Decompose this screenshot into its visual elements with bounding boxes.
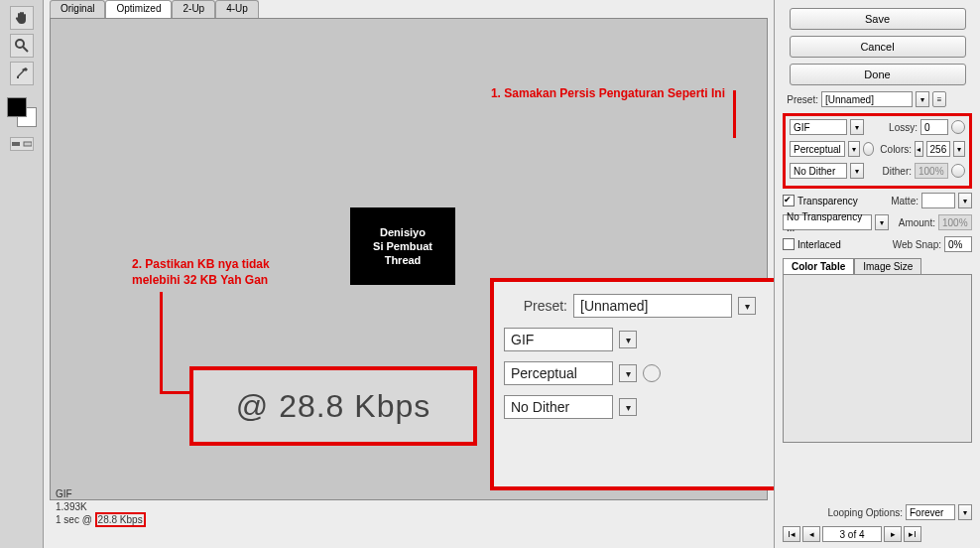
color-table-tabs: Color Table Image Size: [783, 258, 972, 275]
lossy-label: Lossy:: [889, 122, 918, 133]
next-frame-button[interactable]: ▸: [884, 526, 902, 542]
matte-swatch[interactable]: [921, 193, 955, 208]
transparency-checkbox[interactable]: [783, 195, 795, 206]
annotation-2-line-v: [160, 292, 163, 391]
chevron-down-icon: ▾: [619, 398, 637, 416]
magnified-kbps-callout: @ 28.8 Kbps: [189, 366, 477, 446]
tab-image-size[interactable]: Image Size: [854, 258, 921, 274]
chevron-down-icon[interactable]: ▾: [916, 91, 929, 107]
websnap-input[interactable]: 0%: [944, 236, 972, 252]
first-frame-button[interactable]: I◂: [783, 526, 800, 542]
dither-select[interactable]: No Dither: [790, 163, 847, 179]
right-settings-panel: Save Cancel Done Preset: [Unnamed] ▾ ≡ G…: [774, 0, 980, 548]
dither-value: 100%: [915, 163, 948, 179]
annotation-1-line: [733, 90, 736, 138]
mag-preset-label: Preset:: [504, 298, 567, 314]
zoom-tool-icon[interactable]: [10, 34, 34, 58]
frame-counter: 3 of 4: [822, 526, 882, 542]
chevron-down-icon: ▾: [619, 364, 637, 382]
looping-select[interactable]: Forever: [906, 504, 955, 520]
svg-point-0: [16, 40, 24, 48]
info-format: GIF: [56, 487, 146, 500]
done-button[interactable]: Done: [790, 64, 966, 85]
prev-frame-button[interactable]: ◂: [802, 526, 820, 542]
hand-tool-icon[interactable]: [10, 6, 34, 30]
tab-optimized[interactable]: Optimized: [105, 0, 172, 18]
chevron-down-icon: ▾: [619, 331, 637, 348]
dither-label: Dither:: [883, 166, 912, 177]
save-button[interactable]: Save: [790, 8, 966, 30]
stepper-icon[interactable]: ◂: [915, 141, 923, 157]
looping-options: Looping Options: Forever ▾: [827, 504, 972, 520]
transparency-dither-select[interactable]: No Transparency ...: [783, 214, 872, 230]
mask-button-icon: [643, 364, 661, 382]
transparency-label: Transparency: [797, 196, 858, 206]
interlaced-checkbox[interactable]: [783, 238, 795, 250]
mask-button-icon[interactable]: [863, 142, 875, 156]
colors-input[interactable]: 256: [926, 141, 951, 157]
frame-pager: I◂ ◂ 3 of 4 ▸ ▸I: [783, 526, 972, 542]
tab-2up[interactable]: 2-Up: [172, 0, 215, 18]
chevron-down-icon[interactable]: ▾: [953, 141, 965, 157]
toggle-tool-icon[interactable]: [10, 137, 34, 151]
canvas-image-content: Denisiyo Si Pembuat Thread: [350, 207, 455, 285]
chevron-down-icon[interactable]: ▾: [850, 119, 864, 135]
looping-label: Looping Options:: [827, 507, 903, 518]
lossy-input[interactable]: 0: [920, 119, 948, 135]
annotation-1-text: 1. Samakan Persis Pengaturan Seperti Ini: [479, 86, 737, 102]
chevron-down-icon: ▾: [738, 297, 756, 315]
svg-line-1: [23, 47, 28, 52]
foreground-color-swatch[interactable]: [7, 97, 27, 117]
chevron-down-icon[interactable]: ▾: [875, 214, 889, 230]
color-swatch[interactable]: [7, 97, 37, 127]
info-kbps-highlight: 28.8 Kbps: [95, 512, 146, 527]
chevron-down-icon[interactable]: ▾: [850, 163, 864, 179]
colors-label: Colors:: [880, 144, 912, 155]
preset-menu-icon[interactable]: ≡: [932, 91, 946, 107]
info-timing-prefix: 1 sec @: [56, 514, 95, 525]
mag-reduction-select: Perceptual: [504, 361, 613, 385]
cancel-button[interactable]: Cancel: [790, 36, 966, 58]
last-frame-button[interactable]: ▸I: [904, 526, 921, 542]
preset-select[interactable]: [Unnamed]: [821, 91, 913, 107]
mask-button-icon[interactable]: [951, 164, 965, 178]
format-select[interactable]: GIF: [790, 119, 847, 135]
left-toolbar: [0, 0, 44, 548]
chevron-down-icon[interactable]: ▾: [958, 504, 972, 520]
websnap-label: Web Snap:: [893, 239, 941, 250]
mask-button-icon[interactable]: [951, 120, 965, 134]
preset-label: Preset:: [783, 94, 818, 105]
mag-preset-select: [Unnamed]: [573, 294, 732, 318]
gif-settings-group-highlighted: GIF ▾ Lossy: 0 Perceptual ▾ Colors: ◂ 25…: [783, 113, 972, 189]
preview-tabs: Original Optimized 2-Up 4-Up: [50, 0, 259, 18]
tab-original[interactable]: Original: [50, 0, 105, 18]
image-info-readout: GIF 1.393K 1 sec @ 28.8 Kbps: [56, 487, 146, 526]
amount-value: 100%: [938, 214, 972, 230]
color-table-body[interactable]: [783, 274, 972, 443]
matte-label: Matte:: [891, 196, 919, 206]
interlaced-label: Interlaced: [797, 239, 841, 250]
annotation-2-line-h: [160, 391, 189, 394]
mag-dither-select: No Dither: [504, 395, 613, 419]
chevron-down-icon[interactable]: ▾: [848, 141, 860, 157]
svg-rect-3: [24, 142, 32, 146]
chevron-down-icon[interactable]: ▾: [958, 193, 972, 208]
svg-rect-2: [12, 142, 20, 146]
tab-color-table[interactable]: Color Table: [783, 258, 854, 274]
mag-format-select: GIF: [504, 328, 613, 351]
reduction-select[interactable]: Perceptual: [790, 141, 845, 157]
amount-label: Amount:: [899, 217, 935, 228]
annotation-2-text: 2. Pastikan KB nya tidak melebihi 32 KB …: [132, 257, 320, 288]
tab-4up[interactable]: 4-Up: [215, 0, 259, 18]
eyedropper-tool-icon[interactable]: [10, 62, 34, 85]
